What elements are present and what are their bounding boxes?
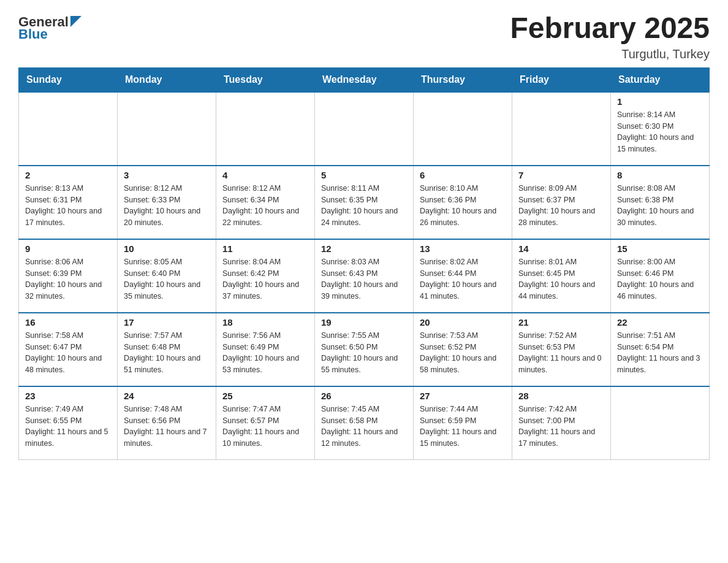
day-info: Sunrise: 8:12 AMSunset: 6:34 PMDaylight:… [222, 183, 308, 229]
day-info: Sunrise: 7:45 AMSunset: 6:58 PMDaylight:… [321, 404, 407, 450]
week-row-4: 16Sunrise: 7:58 AMSunset: 6:47 PMDayligh… [19, 313, 710, 386]
day-info: Sunrise: 8:06 AMSunset: 6:39 PMDaylight:… [25, 256, 111, 302]
day-number: 10 [124, 243, 210, 254]
calendar-cell: 7Sunrise: 8:09 AMSunset: 6:37 PMDaylight… [512, 166, 611, 239]
day-number: 16 [25, 317, 111, 327]
day-number: 20 [420, 317, 506, 327]
day-number: 5 [321, 170, 407, 180]
calendar-cell: 27Sunrise: 7:44 AMSunset: 6:59 PMDayligh… [414, 386, 512, 460]
day-info: Sunrise: 8:11 AMSunset: 6:35 PMDaylight:… [321, 183, 407, 229]
day-info: Sunrise: 8:00 AMSunset: 6:46 PMDaylight:… [617, 256, 703, 302]
day-number: 18 [222, 317, 308, 327]
calendar-cell: 14Sunrise: 8:01 AMSunset: 6:45 PMDayligh… [512, 239, 611, 313]
calendar-cell [19, 92, 118, 166]
day-number: 3 [124, 170, 210, 180]
calendar-cell: 19Sunrise: 7:55 AMSunset: 6:50 PMDayligh… [315, 313, 414, 386]
logo-text: General Blue [18, 12, 82, 41]
day-number: 26 [321, 391, 407, 401]
weekday-header-tuesday: Tuesday [216, 67, 315, 92]
logo-arrow-icon [70, 16, 82, 27]
title-area: February 2025 Turgutlu, Turkey [510, 12, 710, 61]
calendar-cell: 21Sunrise: 7:52 AMSunset: 6:53 PMDayligh… [512, 313, 611, 386]
calendar-cell [118, 92, 216, 166]
day-info: Sunrise: 7:56 AMSunset: 6:49 PMDaylight:… [222, 330, 308, 376]
month-title: February 2025 [510, 12, 710, 45]
calendar-cell [216, 92, 315, 166]
weekday-header-friday: Friday [512, 67, 611, 92]
calendar-cell: 9Sunrise: 8:06 AMSunset: 6:39 PMDaylight… [19, 239, 118, 313]
day-number: 24 [124, 391, 210, 401]
location-text: Turgutlu, Turkey [510, 47, 710, 61]
day-number: 15 [617, 243, 703, 254]
week-row-5: 23Sunrise: 7:49 AMSunset: 6:55 PMDayligh… [19, 386, 710, 460]
day-info: Sunrise: 7:58 AMSunset: 6:47 PMDaylight:… [25, 330, 111, 376]
calendar-cell: 26Sunrise: 7:45 AMSunset: 6:58 PMDayligh… [315, 386, 414, 460]
calendar-cell: 10Sunrise: 8:05 AMSunset: 6:40 PMDayligh… [118, 239, 216, 313]
day-info: Sunrise: 8:10 AMSunset: 6:36 PMDaylight:… [420, 183, 506, 229]
calendar-cell: 12Sunrise: 8:03 AMSunset: 6:43 PMDayligh… [315, 239, 414, 313]
calendar-cell: 20Sunrise: 7:53 AMSunset: 6:52 PMDayligh… [414, 313, 512, 386]
day-number: 7 [518, 170, 604, 180]
calendar-cell: 8Sunrise: 8:08 AMSunset: 6:38 PMDaylight… [611, 166, 710, 239]
day-info: Sunrise: 8:01 AMSunset: 6:45 PMDaylight:… [518, 256, 604, 302]
day-number: 8 [617, 170, 703, 180]
day-number: 13 [420, 243, 506, 254]
calendar-cell: 18Sunrise: 7:56 AMSunset: 6:49 PMDayligh… [216, 313, 315, 386]
day-number: 17 [124, 317, 210, 327]
day-number: 22 [617, 317, 703, 327]
day-info: Sunrise: 8:08 AMSunset: 6:38 PMDaylight:… [617, 183, 703, 229]
day-number: 19 [321, 317, 407, 327]
calendar-cell: 2Sunrise: 8:13 AMSunset: 6:31 PMDaylight… [19, 166, 118, 239]
day-info: Sunrise: 8:13 AMSunset: 6:31 PMDaylight:… [25, 183, 111, 229]
calendar-cell: 1Sunrise: 8:14 AMSunset: 6:30 PMDaylight… [611, 92, 710, 166]
day-info: Sunrise: 7:53 AMSunset: 6:52 PMDaylight:… [420, 330, 506, 376]
weekday-header-row: SundayMondayTuesdayWednesdayThursdayFrid… [19, 67, 710, 92]
calendar-cell: 23Sunrise: 7:49 AMSunset: 6:55 PMDayligh… [19, 386, 118, 460]
calendar-cell [611, 386, 710, 460]
calendar-cell: 17Sunrise: 7:57 AMSunset: 6:48 PMDayligh… [118, 313, 216, 386]
day-info: Sunrise: 8:14 AMSunset: 6:30 PMDaylight:… [617, 109, 703, 155]
day-info: Sunrise: 7:55 AMSunset: 6:50 PMDaylight:… [321, 330, 407, 376]
calendar-cell [315, 92, 414, 166]
day-info: Sunrise: 8:05 AMSunset: 6:40 PMDaylight:… [124, 256, 210, 302]
calendar-cell: 16Sunrise: 7:58 AMSunset: 6:47 PMDayligh… [19, 313, 118, 386]
day-number: 2 [25, 170, 111, 180]
day-info: Sunrise: 7:51 AMSunset: 6:54 PMDaylight:… [617, 330, 703, 376]
day-info: Sunrise: 7:52 AMSunset: 6:53 PMDaylight:… [518, 330, 604, 376]
weekday-header-wednesday: Wednesday [315, 67, 414, 92]
calendar-cell: 28Sunrise: 7:42 AMSunset: 7:00 PMDayligh… [512, 386, 611, 460]
day-number: 21 [518, 317, 604, 327]
calendar-cell: 25Sunrise: 7:47 AMSunset: 6:57 PMDayligh… [216, 386, 315, 460]
day-info: Sunrise: 8:04 AMSunset: 6:42 PMDaylight:… [222, 256, 308, 302]
weekday-header-sunday: Sunday [19, 67, 118, 92]
day-number: 12 [321, 243, 407, 254]
calendar-cell [414, 92, 512, 166]
day-number: 11 [222, 243, 308, 254]
logo: General Blue [18, 12, 82, 41]
logo-blue-text: Blue [18, 28, 82, 41]
day-info: Sunrise: 7:48 AMSunset: 6:56 PMDaylight:… [124, 404, 210, 450]
day-number: 23 [25, 391, 111, 401]
day-number: 9 [25, 243, 111, 254]
day-number: 28 [518, 391, 604, 401]
calendar-cell: 13Sunrise: 8:02 AMSunset: 6:44 PMDayligh… [414, 239, 512, 313]
calendar-cell [512, 92, 611, 166]
svg-marker-0 [70, 16, 82, 27]
weekday-header-thursday: Thursday [414, 67, 512, 92]
calendar-cell: 24Sunrise: 7:48 AMSunset: 6:56 PMDayligh… [118, 386, 216, 460]
day-info: Sunrise: 7:47 AMSunset: 6:57 PMDaylight:… [222, 404, 308, 450]
day-info: Sunrise: 7:42 AMSunset: 7:00 PMDaylight:… [518, 404, 604, 450]
calendar-cell: 3Sunrise: 8:12 AMSunset: 6:33 PMDaylight… [118, 166, 216, 239]
day-info: Sunrise: 8:03 AMSunset: 6:43 PMDaylight:… [321, 256, 407, 302]
day-number: 6 [420, 170, 506, 180]
day-info: Sunrise: 7:49 AMSunset: 6:55 PMDaylight:… [25, 404, 111, 450]
day-info: Sunrise: 7:57 AMSunset: 6:48 PMDaylight:… [124, 330, 210, 376]
day-number: 1 [617, 96, 703, 107]
day-info: Sunrise: 8:12 AMSunset: 6:33 PMDaylight:… [124, 183, 210, 229]
day-number: 25 [222, 391, 308, 401]
weekday-header-monday: Monday [118, 67, 216, 92]
page-header: General Blue February 2025 Turgutlu, Tur… [18, 12, 710, 61]
day-info: Sunrise: 7:44 AMSunset: 6:59 PMDaylight:… [420, 404, 506, 450]
calendar-cell: 22Sunrise: 7:51 AMSunset: 6:54 PMDayligh… [611, 313, 710, 386]
calendar-cell: 5Sunrise: 8:11 AMSunset: 6:35 PMDaylight… [315, 166, 414, 239]
